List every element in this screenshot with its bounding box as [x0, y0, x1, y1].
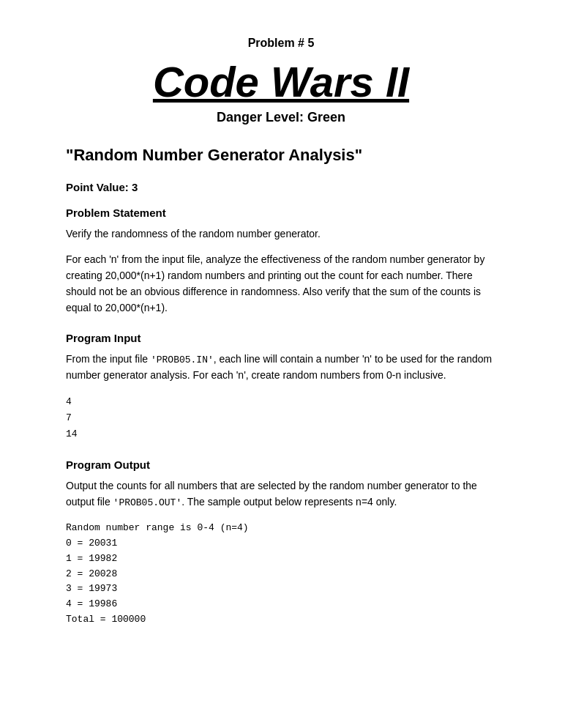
program-output-paragraph: Output the counts for all numbers that a… [66, 478, 496, 510]
problem-statement-p1: Verify the randomness of the random numb… [66, 226, 496, 242]
main-title: Code Wars II [66, 59, 496, 105]
problem-statement-p2: For each 'n' from the input file, analyz… [66, 252, 496, 316]
problem-number: Problem # 5 [66, 37, 496, 50]
program-output-sample: Random number range is 0-4 (n=4) 0 = 200… [66, 521, 496, 628]
problem-statement-section: Problem Statement Verify the randomness … [66, 207, 496, 316]
program-input-section: Program Input From the input file 'PROB0… [66, 332, 496, 442]
point-value: Point Value: 3 [66, 181, 496, 193]
page-container: Problem # 5 Code Wars II Danger Level: G… [0, 0, 562, 680]
section-title: "Random Number Generator Analysis" [66, 146, 496, 165]
prob05-in-code: 'PROB05.IN' [151, 354, 214, 365]
title-container: Code Wars II [66, 59, 496, 105]
program-input-heading: Program Input [66, 332, 496, 344]
danger-level: Danger Level: Green [66, 110, 496, 125]
prob05-out-code: 'PROB05.OUT' [113, 497, 182, 508]
program-input-paragraph: From the input file 'PROB05.IN', each li… [66, 352, 496, 384]
program-output-section: Program Output Output the counts for all… [66, 458, 496, 627]
program-input-sample: 4714 [66, 394, 496, 442]
program-output-heading: Program Output [66, 458, 496, 471]
problem-statement-heading: Problem Statement [66, 207, 496, 219]
